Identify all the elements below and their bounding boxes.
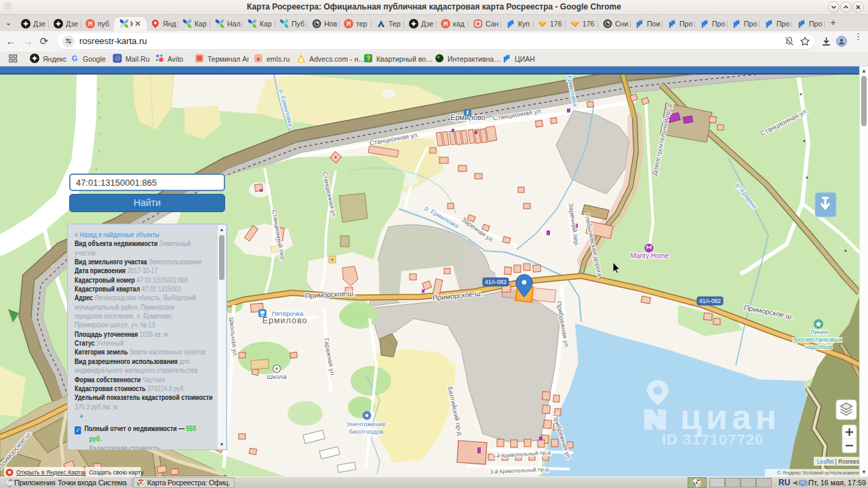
svg-text:Manty Home: Manty Home (631, 252, 669, 260)
svg-text:противотанковых: противотанковых (793, 336, 842, 343)
svg-text:Ермилово: Ермилово (262, 316, 308, 325)
svg-text:Создать свою карту: Создать свою карту (89, 469, 144, 476)
svg-text:ID 317107720: ID 317107720 (662, 431, 764, 448)
svg-text:Пятёрочка: Пятёрочка (272, 310, 304, 317)
svg-text:Школа: Школа (267, 373, 288, 380)
svg-text:G: G (72, 54, 78, 62)
svg-text:© Яндекс Условия использования: © Яндекс Условия использования (777, 470, 859, 476)
svg-text:Линия: Линия (810, 329, 828, 336)
svg-text:e: e (256, 56, 260, 62)
svg-text:надолбов: надолбов (805, 344, 832, 350)
svg-text:Leaflet | Rosreestr: Leaflet | Rosreestr (817, 459, 859, 465)
svg-text:41А-082: 41А-082 (485, 279, 507, 285)
svg-text:Я: Я (443, 20, 448, 27)
svg-text:Уничтожение: Уничтожение (347, 420, 386, 428)
svg-text:биоотходов: биоотходов (349, 428, 383, 435)
svg-text:?: ? (366, 55, 370, 62)
svg-text:41А-082: 41А-082 (699, 298, 721, 304)
svg-text:Я: Я (347, 20, 351, 27)
svg-text:@: @ (114, 55, 120, 62)
svg-text:Открыть в Яндекс.Картах: Открыть в Яндекс.Картах (16, 469, 87, 476)
svg-text:Я: Я (88, 20, 93, 27)
